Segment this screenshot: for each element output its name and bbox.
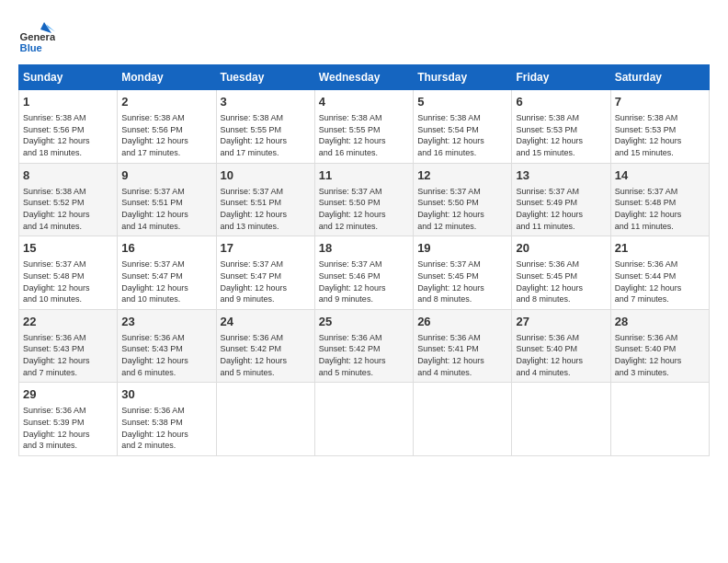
- day-number: 7: [615, 94, 705, 110]
- calendar-cell: 9Sunrise: 5:37 AMSunset: 5:51 PMDaylight…: [118, 163, 216, 236]
- calendar-cell: 13Sunrise: 5:37 AMSunset: 5:49 PMDayligh…: [512, 163, 610, 236]
- day-number: 24: [221, 314, 311, 330]
- day-number: 1: [23, 94, 113, 110]
- day-info: Sunrise: 5:38 AMSunset: 5:53 PMDaylight:…: [516, 112, 606, 158]
- day-info: Sunrise: 5:36 AMSunset: 5:39 PMDaylight:…: [23, 405, 113, 451]
- column-header-tuesday: Tuesday: [216, 65, 314, 90]
- calendar-cell: 10Sunrise: 5:37 AMSunset: 5:51 PMDayligh…: [216, 163, 314, 236]
- day-number: 15: [23, 240, 113, 257]
- week-row-2: 8Sunrise: 5:38 AMSunset: 5:52 PMDaylight…: [19, 163, 710, 236]
- calendar-cell: [414, 383, 512, 456]
- day-number: 16: [121, 240, 211, 257]
- svg-text:Blue: Blue: [20, 42, 42, 53]
- week-row-3: 15Sunrise: 5:37 AMSunset: 5:48 PMDayligh…: [19, 236, 710, 310]
- calendar-cell: 18Sunrise: 5:37 AMSunset: 5:46 PMDayligh…: [314, 236, 413, 310]
- calendar-cell: 8Sunrise: 5:38 AMSunset: 5:52 PMDaylight…: [19, 163, 118, 236]
- day-number: 19: [417, 240, 507, 257]
- page-header: General Blue: [18, 18, 710, 55]
- day-info: Sunrise: 5:37 AMSunset: 5:49 PMDaylight:…: [516, 186, 606, 232]
- column-header-sunday: Sunday: [19, 65, 118, 90]
- calendar-cell: 28Sunrise: 5:36 AMSunset: 5:40 PMDayligh…: [610, 309, 709, 383]
- day-number: 22: [23, 314, 113, 330]
- day-info: Sunrise: 5:36 AMSunset: 5:43 PMDaylight:…: [23, 332, 113, 378]
- calendar-cell: 29Sunrise: 5:36 AMSunset: 5:39 PMDayligh…: [19, 383, 118, 456]
- calendar-cell: 21Sunrise: 5:36 AMSunset: 5:44 PMDayligh…: [610, 236, 709, 310]
- day-number: 5: [417, 94, 507, 110]
- column-header-friday: Friday: [512, 65, 610, 90]
- calendar-cell: 14Sunrise: 5:37 AMSunset: 5:48 PMDayligh…: [610, 163, 709, 236]
- day-info: Sunrise: 5:38 AMSunset: 5:52 PMDaylight:…: [23, 186, 113, 232]
- day-number: 12: [417, 167, 507, 184]
- day-info: Sunrise: 5:38 AMSunset: 5:55 PMDaylight:…: [319, 112, 409, 158]
- day-info: Sunrise: 5:37 AMSunset: 5:48 PMDaylight:…: [615, 186, 705, 232]
- logo-icon: General Blue: [18, 18, 55, 55]
- day-info: Sunrise: 5:37 AMSunset: 5:48 PMDaylight:…: [23, 259, 113, 304]
- calendar-cell: 15Sunrise: 5:37 AMSunset: 5:48 PMDayligh…: [19, 236, 118, 310]
- column-header-saturday: Saturday: [610, 65, 709, 90]
- column-header-wednesday: Wednesday: [314, 65, 413, 90]
- calendar-cell: 5Sunrise: 5:38 AMSunset: 5:54 PMDaylight…: [414, 90, 512, 164]
- day-info: Sunrise: 5:36 AMSunset: 5:38 PMDaylight:…: [121, 405, 211, 451]
- calendar-cell: 11Sunrise: 5:37 AMSunset: 5:50 PMDayligh…: [314, 163, 413, 236]
- day-info: Sunrise: 5:36 AMSunset: 5:40 PMDaylight:…: [516, 332, 606, 378]
- calendar-cell: [512, 383, 610, 456]
- day-number: 27: [516, 314, 606, 330]
- calendar-cell: 25Sunrise: 5:36 AMSunset: 5:42 PMDayligh…: [314, 309, 413, 383]
- day-number: 8: [23, 167, 113, 184]
- calendar-cell: 22Sunrise: 5:36 AMSunset: 5:43 PMDayligh…: [19, 309, 118, 383]
- day-info: Sunrise: 5:36 AMSunset: 5:45 PMDaylight:…: [516, 259, 606, 304]
- day-number: 4: [319, 94, 409, 110]
- week-row-1: 1Sunrise: 5:38 AMSunset: 5:56 PMDaylight…: [19, 90, 710, 164]
- calendar-cell: 1Sunrise: 5:38 AMSunset: 5:56 PMDaylight…: [19, 90, 118, 164]
- calendar-cell: 16Sunrise: 5:37 AMSunset: 5:47 PMDayligh…: [118, 236, 216, 310]
- day-info: Sunrise: 5:37 AMSunset: 5:47 PMDaylight:…: [221, 259, 311, 304]
- calendar-cell: 17Sunrise: 5:37 AMSunset: 5:47 PMDayligh…: [216, 236, 314, 310]
- day-info: Sunrise: 5:36 AMSunset: 5:44 PMDaylight:…: [615, 259, 705, 304]
- day-number: 20: [516, 240, 606, 257]
- day-number: 23: [121, 314, 211, 330]
- day-info: Sunrise: 5:38 AMSunset: 5:53 PMDaylight:…: [615, 112, 705, 158]
- calendar-cell: 3Sunrise: 5:38 AMSunset: 5:55 PMDaylight…: [216, 90, 314, 164]
- day-number: 11: [319, 167, 409, 184]
- calendar-cell: [216, 383, 314, 456]
- day-number: 17: [221, 240, 311, 257]
- day-info: Sunrise: 5:38 AMSunset: 5:54 PMDaylight:…: [417, 112, 507, 158]
- day-number: 6: [516, 94, 606, 110]
- calendar-header-row: SundayMondayTuesdayWednesdayThursdayFrid…: [19, 65, 710, 90]
- calendar-cell: 12Sunrise: 5:37 AMSunset: 5:50 PMDayligh…: [414, 163, 512, 236]
- day-info: Sunrise: 5:38 AMSunset: 5:56 PMDaylight:…: [121, 112, 211, 158]
- calendar-cell: [610, 383, 709, 456]
- day-info: Sunrise: 5:36 AMSunset: 5:42 PMDaylight:…: [221, 332, 311, 378]
- day-number: 28: [615, 314, 705, 330]
- calendar-table: SundayMondayTuesdayWednesdayThursdayFrid…: [18, 64, 710, 456]
- day-info: Sunrise: 5:37 AMSunset: 5:47 PMDaylight:…: [121, 259, 211, 304]
- calendar-cell: 27Sunrise: 5:36 AMSunset: 5:40 PMDayligh…: [512, 309, 610, 383]
- logo: General Blue: [18, 18, 59, 55]
- svg-text:General: General: [20, 31, 55, 42]
- column-header-monday: Monday: [118, 65, 216, 90]
- day-number: 21: [615, 240, 705, 257]
- day-info: Sunrise: 5:37 AMSunset: 5:46 PMDaylight:…: [319, 259, 409, 304]
- day-number: 18: [319, 240, 409, 257]
- day-info: Sunrise: 5:36 AMSunset: 5:43 PMDaylight:…: [121, 332, 211, 378]
- week-row-4: 22Sunrise: 5:36 AMSunset: 5:43 PMDayligh…: [19, 309, 710, 383]
- day-number: 30: [121, 386, 211, 403]
- day-number: 26: [417, 314, 507, 330]
- day-info: Sunrise: 5:36 AMSunset: 5:42 PMDaylight:…: [319, 332, 409, 378]
- calendar-cell: [314, 383, 413, 456]
- calendar-cell: 2Sunrise: 5:38 AMSunset: 5:56 PMDaylight…: [118, 90, 216, 164]
- day-info: Sunrise: 5:38 AMSunset: 5:56 PMDaylight:…: [23, 112, 113, 158]
- calendar-cell: 6Sunrise: 5:38 AMSunset: 5:53 PMDaylight…: [512, 90, 610, 164]
- day-info: Sunrise: 5:37 AMSunset: 5:50 PMDaylight:…: [319, 186, 409, 232]
- day-number: 2: [121, 94, 211, 110]
- day-number: 14: [615, 167, 705, 184]
- day-info: Sunrise: 5:37 AMSunset: 5:45 PMDaylight:…: [417, 259, 507, 304]
- day-number: 9: [121, 167, 211, 184]
- calendar-cell: 19Sunrise: 5:37 AMSunset: 5:45 PMDayligh…: [414, 236, 512, 310]
- calendar-cell: 26Sunrise: 5:36 AMSunset: 5:41 PMDayligh…: [414, 309, 512, 383]
- day-info: Sunrise: 5:36 AMSunset: 5:40 PMDaylight:…: [615, 332, 705, 378]
- day-info: Sunrise: 5:37 AMSunset: 5:50 PMDaylight:…: [417, 186, 507, 232]
- day-info: Sunrise: 5:37 AMSunset: 5:51 PMDaylight:…: [221, 186, 311, 232]
- day-number: 13: [516, 167, 606, 184]
- day-info: Sunrise: 5:38 AMSunset: 5:55 PMDaylight:…: [221, 112, 311, 158]
